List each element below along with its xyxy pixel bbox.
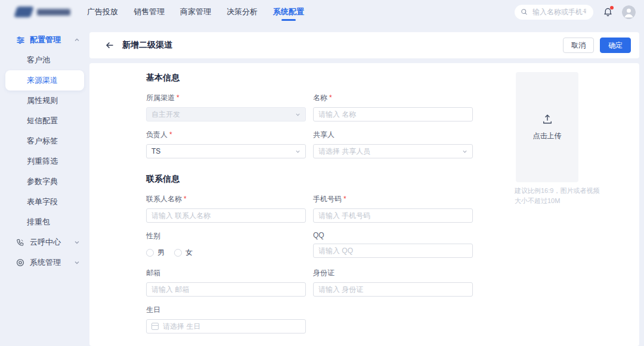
nav-item-merchant-mgmt[interactable]: 商家管理 [180,0,211,24]
sidebar-item-customer-tags[interactable]: 客户标签 [0,131,89,151]
required-mark: * [184,195,187,203]
topbar: 广告投放 销售管理 商家管理 决策分析 系统配置 [0,0,644,24]
upload-icon [541,113,553,125]
chevron-down-icon [74,239,80,245]
page-title: 新增二级渠道 [122,40,172,51]
nav-item-ad-delivery[interactable]: 广告投放 [87,0,118,24]
field-spacer [313,305,473,333]
sidebar-group-label: 系统管理 [30,257,61,268]
search-input[interactable] [531,7,587,17]
chevron-down-icon [295,146,301,157]
sidebar-item-source-channel[interactable]: 来源渠道 [5,70,84,91]
channel-form: 基本信息 所属渠道* 自主开发 名称* [89,63,639,346]
calendar-icon [151,323,159,330]
sidebar: 配置管理 客户池 来源渠道 属性规则 短信配置 客户标签 判重筛选 参数字典 表… [0,24,89,346]
sidebar-item-sms-config[interactable]: 短信配置 [0,111,89,131]
gender-radio-group: 男 女 [146,245,306,260]
select-value: TS [151,147,160,155]
confirm-button[interactable]: 确定 [600,38,631,53]
radio-circle-icon [174,249,182,257]
nav-item-decision-analysis[interactable]: 决策分析 [227,0,258,24]
required-mark: * [177,93,179,102]
app-logo[interactable] [12,5,72,19]
field-label: 共享人 [313,130,473,140]
sidebar-item-form-fields[interactable]: 表单字段 [0,192,89,212]
contact-name-input[interactable] [146,208,306,223]
user-avatar[interactable] [622,5,636,19]
field-label: 性别 [146,231,306,241]
gear-icon [16,258,25,267]
field-label: 邮箱 [146,268,306,278]
sidebar-item-customer-pool[interactable]: 客户池 [0,50,89,70]
field-birthday: 生日 请选择 生日 [146,305,306,333]
sidebar-item-dedup-package[interactable]: 排重包 [0,212,89,232]
email-input[interactable] [146,282,306,297]
upload-hint: 建议比例16:9，图片或者视频 大小不超过10M [515,186,603,206]
notification-badge [610,6,614,10]
parent-channel-select[interactable]: 自主开发 [146,107,306,121]
page-header: 新增二级渠道 取消 确定 [89,32,639,58]
chevron-up-icon [74,37,80,43]
sidebar-item-param-dict[interactable]: 参数字典 [0,172,89,192]
field-label: 名称* [313,93,473,103]
sidebar-group-system-mgmt[interactable]: 系统管理 [0,253,89,273]
upload-dropzone[interactable]: 点击上传 [516,72,578,182]
field-label: 联系人名称* [146,194,306,204]
gender-female-radio[interactable]: 女 [174,248,193,258]
sidebar-group-config-mgmt[interactable]: 配置管理 [0,30,89,50]
phone-input[interactable] [313,208,473,223]
field-contact-name: 联系人名称* [146,194,306,223]
field-phone: 手机号码* [313,194,473,223]
date-placeholder: 请选择 生日 [163,322,200,332]
select-placeholder: 请选择 共享人员 [318,146,370,157]
field-label: 所属渠道* [146,93,306,103]
sidebar-submenu: 客户池 来源渠道 属性规则 短信配置 客户标签 判重筛选 参数字典 表单字段 排… [0,50,89,232]
cancel-button[interactable]: 取消 [563,38,594,53]
field-email: 邮箱 [146,268,306,297]
sidebar-group-call-center[interactable]: 云呼中心 [0,232,89,253]
required-mark: * [343,195,346,203]
sidebar-group-label: 云呼中心 [30,237,61,248]
name-input[interactable] [313,107,473,121]
search-icon [521,8,528,15]
field-owner: 负责人* TS [146,130,306,158]
main-content: 新增二级渠道 取消 确定 基本信息 所属渠道* 自主开发 [89,24,644,346]
required-mark: * [169,130,172,139]
chevron-down-icon [295,109,301,120]
search-box[interactable] [515,5,593,20]
sidebar-item-dedup-filter[interactable]: 判重筛选 [0,151,89,172]
field-id-card: 身份证 [313,268,473,297]
notification-bell-icon[interactable] [602,5,614,18]
required-mark: * [329,93,332,102]
field-label: 身份证 [313,268,473,278]
nav-item-sales-mgmt[interactable]: 销售管理 [134,0,165,24]
header-actions: 取消 确定 [563,38,631,53]
owner-select[interactable]: TS [146,144,306,158]
sliders-icon [16,35,25,45]
qq-input[interactable] [313,244,473,258]
field-label: 生日 [146,305,306,315]
field-name: 名称* [313,93,473,121]
sidebar-group-label: 配置管理 [30,35,61,45]
gender-male-radio[interactable]: 男 [146,248,165,258]
phone-icon [16,238,25,247]
field-gender: 性别 男 女 [146,231,306,260]
chevron-down-icon [462,146,467,157]
radio-circle-icon [146,249,154,257]
field-label: QQ [313,231,473,239]
field-qq: QQ [313,231,473,260]
nav-item-system-config[interactable]: 系统配置 [273,0,304,24]
topbar-right [515,5,636,20]
logo-text [37,9,70,15]
sidebar-item-attribute-rules[interactable]: 属性规则 [0,91,89,111]
logo-mark [14,7,34,17]
top-nav: 广告投放 销售管理 商家管理 决策分析 系统配置 [87,0,304,24]
upload-label: 点击上传 [533,131,562,141]
share-person-select[interactable]: 请选择 共享人员 [313,144,473,158]
birthday-date-picker[interactable]: 请选择 生日 [146,319,306,333]
id-card-input[interactable] [313,282,473,297]
back-arrow-icon[interactable] [105,40,114,50]
field-label: 手机号码* [313,194,473,204]
field-parent-channel: 所属渠道* 自主开发 [146,93,306,121]
select-value: 自主开发 [151,110,180,120]
